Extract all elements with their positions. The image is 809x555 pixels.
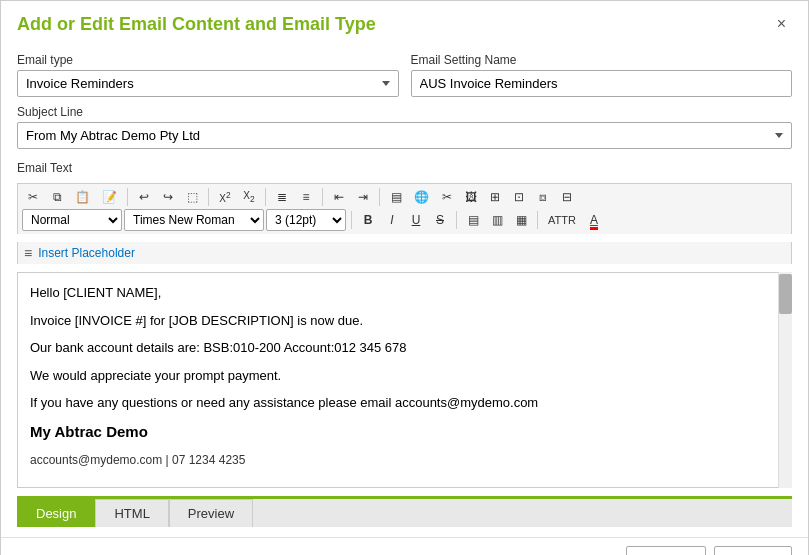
- dialog-title: Add or Edit Email Content and Email Type: [17, 14, 376, 35]
- unlink-button[interactable]: ✂: [436, 187, 458, 207]
- paste-text-button[interactable]: 📝: [97, 187, 122, 207]
- underline-button[interactable]: U: [405, 210, 427, 230]
- globe-button[interactable]: 🌐: [409, 187, 434, 207]
- email-type-group: Email type Invoice RemindersGeneralOther: [17, 53, 399, 97]
- insert-special-button[interactable]: ATTR: [543, 211, 581, 229]
- editor-line-4: We would appreciate your prompt payment.: [30, 366, 771, 386]
- subject-label: Subject Line: [17, 105, 792, 119]
- unordered-list-button[interactable]: ≡: [295, 187, 317, 207]
- italic-button[interactable]: I: [381, 210, 403, 230]
- editor-line-5: If you have any questions or need any as…: [30, 393, 771, 413]
- email-type-label: Email type: [17, 53, 399, 67]
- redo-button[interactable]: ↪: [157, 187, 179, 207]
- paste-button[interactable]: 📋: [70, 187, 95, 207]
- align-left-button[interactable]: ▤: [462, 210, 484, 230]
- copy-button[interactable]: ⧉: [46, 187, 68, 207]
- email-setting-label: Email Setting Name: [411, 53, 793, 67]
- indent-decrease-button[interactable]: ⇤: [328, 187, 350, 207]
- tab-preview[interactable]: Preview: [169, 499, 253, 527]
- dialog-header: Add or Edit Email Content and Email Type…: [1, 1, 808, 43]
- tab-html[interactable]: HTML: [95, 499, 168, 527]
- editor-line-3: Our bank account details are: BSB:010-20…: [30, 338, 771, 358]
- update-button[interactable]: Update: [626, 546, 706, 555]
- editor-wrapper: Hello [CLIENT NAME], Invoice [INVOICE #]…: [17, 272, 792, 488]
- separator-4: [322, 188, 323, 206]
- bold-button[interactable]: B: [357, 210, 379, 230]
- editor-area[interactable]: Hello [CLIENT NAME], Invoice [INVOICE #]…: [17, 272, 792, 488]
- toolbar: ✂ ⧉ 📋 📝 ↩ ↪ ⬚ X2 X2 ≣ ≡ ⇤ ⇥ ▤ 🌐: [17, 183, 792, 234]
- align-right-button[interactable]: ▦: [510, 210, 532, 230]
- separator-2: [208, 188, 209, 206]
- insert-placeholder-link[interactable]: Insert Placeholder: [38, 246, 135, 260]
- indent-increase-button[interactable]: ⇥: [352, 187, 374, 207]
- email-setting-input[interactable]: [411, 70, 793, 97]
- editor-content: Hello [CLIENT NAME], Invoice [INVOICE #]…: [30, 283, 771, 469]
- undo-button[interactable]: ↩: [133, 187, 155, 207]
- font-size-select[interactable]: 3 (12pt)1 (8pt)2 (10pt)4 (14pt): [266, 209, 346, 231]
- editor-signature-contact: accounts@mydemo.com | 07 1234 4235: [30, 451, 771, 469]
- placeholder-row: ≡ Insert Placeholder: [17, 242, 792, 264]
- table-extra-button[interactable]: ⊡: [508, 187, 530, 207]
- superscript-button[interactable]: X2: [214, 187, 236, 207]
- font-color-button[interactable]: A: [583, 210, 605, 230]
- editor-line-1: Hello [CLIENT NAME],: [30, 283, 771, 303]
- justify-block-button[interactable]: ▤: [385, 187, 407, 207]
- separator-6: [351, 211, 352, 229]
- subject-select[interactable]: From My Abtrac Demo Pty Ltd: [17, 122, 792, 149]
- subject-group: Subject Line From My Abtrac Demo Pty Ltd: [17, 105, 792, 149]
- email-setting-group: Email Setting Name: [411, 53, 793, 97]
- table-button[interactable]: ⊞: [484, 187, 506, 207]
- font-style-select[interactable]: Normal Heading 1 Heading 2: [22, 209, 122, 231]
- dialog-body: Email type Invoice RemindersGeneralOther…: [1, 43, 808, 537]
- scrollbar-thumb: [779, 274, 792, 314]
- separator-7: [456, 211, 457, 229]
- separator-1: [127, 188, 128, 206]
- cancel-button[interactable]: Cancel: [714, 546, 792, 555]
- separator-5: [379, 188, 380, 206]
- tab-design[interactable]: Design: [17, 499, 95, 527]
- dialog-footer: Update Cancel: [1, 537, 808, 555]
- close-button[interactable]: ×: [771, 13, 792, 35]
- align-center-button[interactable]: ▥: [486, 210, 508, 230]
- toolbar-row-1: ✂ ⧉ 📋 📝 ↩ ↪ ⬚ X2 X2 ≣ ≡ ⇤ ⇥ ▤ 🌐: [22, 187, 787, 207]
- scrollbar-track[interactable]: [778, 272, 792, 488]
- subscript-button[interactable]: X2: [238, 187, 260, 207]
- strikethrough-button[interactable]: S: [429, 210, 451, 230]
- form-row-top: Email type Invoice RemindersGeneralOther…: [17, 53, 792, 97]
- placeholder-icon: ≡: [24, 245, 32, 261]
- font-name-select[interactable]: Times New RomanArialCourier: [124, 209, 264, 231]
- ordered-list-button[interactable]: ≣: [271, 187, 293, 207]
- email-type-select[interactable]: Invoice RemindersGeneralOther: [17, 70, 399, 97]
- editor-line-2: Invoice [INVOICE #] for [JOB DESCRIPTION…: [30, 311, 771, 331]
- tab-bar: Design HTML Preview: [17, 496, 792, 527]
- editor-signature-name: My Abtrac Demo: [30, 421, 771, 444]
- email-text-label: Email Text: [17, 161, 792, 175]
- special1-button[interactable]: ⧈: [532, 187, 554, 207]
- separator-3: [265, 188, 266, 206]
- dialog: Add or Edit Email Content and Email Type…: [0, 0, 809, 555]
- special2-button[interactable]: ⊟: [556, 187, 578, 207]
- separator-8: [537, 211, 538, 229]
- cut-button[interactable]: ✂: [22, 187, 44, 207]
- toolbar-row-2: Normal Heading 1 Heading 2 Times New Rom…: [22, 209, 787, 231]
- format-button[interactable]: ⬚: [181, 187, 203, 207]
- image-button[interactable]: 🖼: [460, 187, 482, 207]
